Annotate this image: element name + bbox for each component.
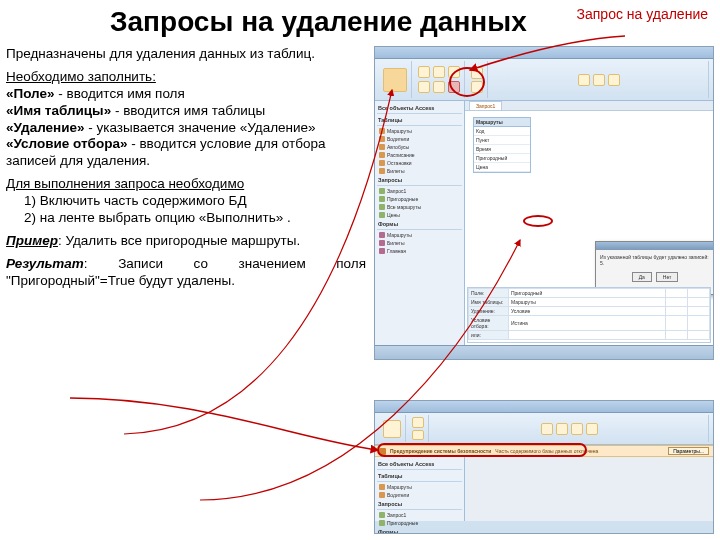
table-fieldlist-header: Маршруты xyxy=(474,118,530,127)
dialog-no-button[interactable]: Нет xyxy=(656,272,679,282)
nav-item[interactable]: Автобусы xyxy=(377,143,462,151)
table-field[interactable]: Пункт xyxy=(474,136,530,145)
qbe-cell[interactable] xyxy=(688,298,710,307)
update-query-icon[interactable] xyxy=(418,81,430,93)
ribbon-icon[interactable] xyxy=(571,423,583,435)
nav-item[interactable]: Пригородные xyxy=(377,195,462,203)
ribbon-icon[interactable] xyxy=(383,420,401,438)
qbe-row-label: Поле: xyxy=(469,289,509,298)
nav-item-label: Водители xyxy=(387,136,409,142)
nav-group-header[interactable]: Запросы xyxy=(377,499,462,510)
qbe-cell[interactable] xyxy=(509,331,666,340)
qbe-row-label: Имя таблицы: xyxy=(469,298,509,307)
result-label: Результат xyxy=(6,256,84,271)
table-icon xyxy=(379,160,385,166)
dialog-body: Из указанной таблицы будет удалено запис… xyxy=(596,250,714,286)
qbe-row-label: Удаление: xyxy=(469,307,509,316)
nav-item[interactable]: Главная xyxy=(377,247,462,255)
query-icon xyxy=(379,520,385,526)
screenshot-access-bottom: Предупреждение системы безопасности Част… xyxy=(374,400,714,534)
nav-group-header[interactable]: Таблицы xyxy=(377,115,462,126)
ribbon-icon[interactable] xyxy=(412,430,424,441)
maketable-query-icon[interactable] xyxy=(433,66,445,78)
ribbon-icon[interactable] xyxy=(541,423,553,435)
crosstab-query-icon[interactable] xyxy=(433,81,445,93)
qbe-cell[interactable] xyxy=(688,316,710,331)
ribbon-icon[interactable] xyxy=(586,423,598,435)
ribbon-icon-a[interactable] xyxy=(578,74,590,86)
nav-item[interactable]: Запрос1 xyxy=(377,187,462,195)
nav-item-label: Маршруты xyxy=(387,484,412,490)
nav-item[interactable]: Запрос1 xyxy=(377,511,462,519)
nav-item[interactable]: Билеты xyxy=(377,239,462,247)
tab-query1[interactable]: Запрос1 xyxy=(469,101,502,110)
design-surface[interactable]: Маршруты КодПунктВремяПригородныйЦена Из… xyxy=(465,111,713,345)
nav-item[interactable]: Маршруты xyxy=(377,231,462,239)
run-button[interactable] xyxy=(383,68,407,92)
nav-item[interactable]: Водители xyxy=(377,135,462,143)
app-body-top: Все объекты Access ТаблицыМаршрутыВодите… xyxy=(375,101,713,345)
nav-group-header[interactable]: Запросы xyxy=(377,175,462,186)
nav-item[interactable]: Маршруты xyxy=(377,483,462,491)
ribbon-group-misc xyxy=(490,61,709,98)
nav-item[interactable]: Остановки xyxy=(377,159,462,167)
text-column: Предназначены для удаления данных из таб… xyxy=(6,46,366,295)
qbe-cell[interactable]: Пригородный xyxy=(509,289,666,298)
table-field[interactable]: Время xyxy=(474,145,530,154)
nav-item[interactable]: Билеты xyxy=(377,167,462,175)
navigation-pane-2[interactable]: Все объекты Access ТаблицыМаршрутыВодите… xyxy=(375,457,465,521)
qbe-cell[interactable] xyxy=(666,316,688,331)
qbe-cell[interactable] xyxy=(666,298,688,307)
qbe-cell[interactable] xyxy=(666,289,688,298)
ribbon-icon[interactable] xyxy=(412,417,424,428)
showtable-icon[interactable] xyxy=(471,67,483,79)
nav-group-header[interactable]: Таблицы xyxy=(377,471,462,482)
query-icon xyxy=(379,196,385,202)
nav-item-label: Запрос1 xyxy=(387,512,406,518)
nav-item-label: Главная xyxy=(387,248,406,254)
table-field[interactable]: Пригородный xyxy=(474,154,530,163)
nav-item[interactable]: Водители xyxy=(377,491,462,499)
nav-item[interactable]: Пригородные xyxy=(377,519,462,527)
qbe-row-label: Условие отбора: xyxy=(469,316,509,331)
delete-query-icon[interactable] xyxy=(448,81,460,93)
ribbon-icon-b[interactable] xyxy=(593,74,605,86)
dialog-yes-button[interactable]: Да xyxy=(632,272,652,282)
qbe-cell[interactable]: Условие xyxy=(509,307,666,316)
ribbon-icon-c[interactable] xyxy=(608,74,620,86)
qbe-cell[interactable] xyxy=(688,307,710,316)
ribbon-icon[interactable] xyxy=(556,423,568,435)
shield-icon xyxy=(379,448,386,455)
qbe-cell[interactable] xyxy=(666,331,688,340)
query-icon xyxy=(379,512,385,518)
nav-item-label: Все маршруты xyxy=(387,204,421,210)
qbe-cell[interactable] xyxy=(688,289,710,298)
nav-item[interactable]: Маршруты xyxy=(377,127,462,135)
table-field[interactable]: Цена xyxy=(474,163,530,172)
qbe-grid[interactable]: Поле:ПригородныйИмя таблицы:МаршрутыУдал… xyxy=(467,287,711,343)
nav-item-label: Маршруты xyxy=(387,128,412,134)
qbe-cell[interactable]: Маршруты xyxy=(509,298,666,307)
qbe-cell[interactable] xyxy=(666,307,688,316)
table-field[interactable]: Код xyxy=(474,127,530,136)
nav-item[interactable]: Расписание xyxy=(377,151,462,159)
nav-item[interactable]: Цены xyxy=(377,211,462,219)
app-body-bottom: Все объекты Access ТаблицыМаршрутыВодите… xyxy=(375,457,713,521)
table-icon xyxy=(379,136,385,142)
nav-item[interactable]: Все маршруты xyxy=(377,203,462,211)
field-label: «Поле» xyxy=(6,86,55,101)
table-fieldlist[interactable]: Маршруты КодПунктВремяПригородныйЦена xyxy=(473,117,531,173)
append-query-icon[interactable] xyxy=(448,66,460,78)
totals-icon[interactable] xyxy=(471,81,483,93)
navigation-pane[interactable]: Все объекты Access ТаблицыМаршрутыВодите… xyxy=(375,101,465,345)
qbe-row-label: или: xyxy=(469,331,509,340)
security-options-button[interactable]: Параметры... xyxy=(668,447,709,455)
select-query-icon[interactable] xyxy=(418,66,430,78)
screenshot-access-top: Все объекты Access ТаблицыМаршрутыВодите… xyxy=(374,46,714,360)
qbe-cell[interactable] xyxy=(688,331,710,340)
tablename-desc: - вводится имя таблицы xyxy=(111,103,265,118)
nav-group-header[interactable]: Формы xyxy=(377,219,462,230)
qbe-cell[interactable]: Истина xyxy=(509,316,666,331)
example-text: : Удалить все пригородные маршруты. xyxy=(58,233,300,248)
nav-group-header[interactable]: Формы xyxy=(377,527,462,534)
